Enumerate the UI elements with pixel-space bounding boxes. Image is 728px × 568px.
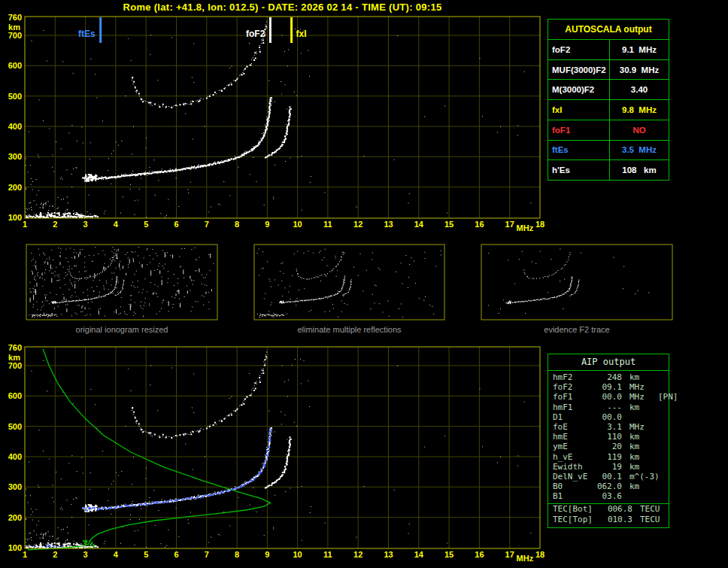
- bottom-ionogram-plot-x-tick: 6: [174, 550, 178, 559]
- autoscala-row-label: M(3000)F2: [548, 80, 610, 99]
- autoscala-output-table: AUTOSCALA output foF29.1 MHzMUF(3000)F23…: [548, 19, 669, 181]
- top-ionogram-plot-x-tick: 7: [205, 220, 209, 229]
- tec-value: 006.8: [601, 504, 632, 515]
- aip-extra: [655, 472, 669, 481]
- tec-label: TEC[Top]: [553, 515, 601, 525]
- tec-rows: TEC[Bot]006.8TECUTEC[Top]010.3TECU: [548, 504, 669, 524]
- aip-unit: MHz: [622, 382, 655, 392]
- top-ionogram-plot-x-tick: 11: [323, 220, 332, 229]
- aip-unit: km: [622, 432, 655, 442]
- bottom-ionogram-plot: 1234567891011121314151617187607006005004…: [8, 343, 544, 563]
- aip-row: ymE20km: [548, 442, 669, 451]
- marker-label-fxI: fxI: [296, 29, 307, 39]
- autoscala-row-label: ftEs: [548, 141, 610, 160]
- top-ionogram-plot-y-tick: 100: [8, 213, 22, 222]
- autoscala-application-window: Rome (lat: +41.8, lon: 012.5) - DATE: 20…: [0, 0, 728, 568]
- tec-unit: TECU: [632, 504, 669, 515]
- aip-table-header: AIP output: [548, 354, 669, 371]
- aip-extra: [PN]: [655, 392, 678, 402]
- bottom-ionogram-plot-x-tick: 15: [444, 550, 453, 559]
- top-ionogram-plot-xlabel: MHz: [517, 223, 534, 232]
- bottom-ionogram-plot-x-tick: 5: [144, 550, 148, 559]
- bottom-ionogram-plot-x-tick: 10: [293, 550, 302, 559]
- bottom-ionogram-plot-xlabel: MHz: [517, 554, 534, 563]
- aip-extra: [655, 412, 669, 422]
- autoscala-row-label: foF2: [548, 40, 610, 59]
- aip-label: B1: [553, 491, 595, 501]
- bottom-ionogram-plot-x-tick: 7: [205, 550, 209, 559]
- autoscala-row: h'Es108 km: [548, 160, 669, 180]
- aip-row: foF100.0MHz[PN]: [548, 392, 669, 402]
- bottom-ionogram-plot-x-tick: 12: [353, 550, 362, 559]
- top-ionogram-plot-y-tick: 700: [8, 31, 22, 40]
- aip-value: 248: [595, 372, 622, 382]
- aip-label: ymE: [553, 442, 595, 451]
- autoscala-row-value: 3.5 MHz: [610, 141, 669, 160]
- top-ionogram-plot-x-tick: 2: [53, 220, 57, 229]
- aip-row: h_vE119km: [548, 452, 669, 462]
- aip-extra: [655, 462, 669, 472]
- tec-row: TEC[Bot]006.8TECU: [548, 504, 669, 515]
- aip-unit: km: [622, 402, 655, 412]
- bottom-ionogram-plot-x-tick: 18: [535, 550, 544, 559]
- bottom-ionogram-plot-x-tick: 2: [53, 550, 57, 559]
- top-ionogram-plot-x-tick: 3: [83, 220, 88, 229]
- marker-label-ftEs: ftEs: [78, 29, 96, 39]
- aip-value: 00.0: [595, 412, 622, 422]
- aip-output-table: AIP output hmF2248kmfoF209.1MHzfoF100.0M…: [548, 354, 669, 528]
- thumbnail-panel-1: [254, 245, 444, 320]
- top-ionogram-plot-y-tick: 300: [8, 152, 22, 161]
- top-ionogram-plot-x-tick: 4: [114, 220, 119, 229]
- aip-unit: MHz: [622, 422, 655, 432]
- aip-extra: [655, 481, 669, 491]
- aip-unit: km: [622, 372, 655, 382]
- aip-unit: m^(-3): [622, 472, 655, 481]
- electron-density-profile-curve: [28, 349, 270, 550]
- autoscala-row: fxI9.8 MHz: [548, 100, 669, 120]
- bottom-ionogram-plot-y-tick: 600: [8, 391, 22, 400]
- autoscala-row-label: MUF(3000)F2: [548, 60, 610, 80]
- aip-value: 00.1: [595, 472, 622, 481]
- aip-label: hmF1: [553, 402, 595, 412]
- aip-row: hmF1---km: [548, 402, 669, 412]
- aip-value: 119: [595, 452, 622, 462]
- tec-row: TEC[Top]010.3TECU: [548, 515, 669, 525]
- top-ionogram-plot-y-tick: 200: [8, 183, 22, 192]
- aip-label: foF2: [553, 382, 595, 392]
- bottom-ionogram-plot-y-tick: 100: [8, 543, 22, 552]
- top-ionogram-plot-y-tick: 500: [8, 92, 22, 101]
- aip-row: hmE110km: [548, 432, 669, 442]
- marker-label-foF2: foF2: [246, 29, 265, 39]
- aip-unit: MHz: [622, 392, 655, 402]
- top-ionogram-plot-x-tick: 16: [475, 220, 484, 229]
- bottom-ionogram-plot-y-tick: 760: [8, 343, 22, 352]
- aip-row: D100.0: [548, 412, 669, 422]
- aip-rows: hmF2248kmfoF209.1MHzfoF100.0MHz[PN]hmF1-…: [548, 371, 669, 501]
- autoscala-table-header: AUTOSCALA output: [548, 20, 669, 40]
- thumbnail-caption-original: original ionogram resized: [26, 325, 217, 334]
- bottom-ionogram-plot-x-tick: 3: [83, 550, 88, 559]
- aip-unit: [622, 412, 655, 422]
- aip-value: 20: [595, 442, 622, 451]
- bottom-ionogram-plot-y-tick: 400: [8, 452, 22, 461]
- aip-extra: [655, 442, 669, 451]
- aip-label: Ewidth: [553, 462, 595, 472]
- aip-row: B0062.0km: [548, 481, 669, 491]
- top-ionogram-plot-x-tick: 15: [444, 220, 453, 229]
- bottom-ionogram-plot-x-tick: 13: [384, 550, 393, 559]
- autoscala-row: foF1NO: [548, 120, 669, 141]
- bottom-ionogram-plot-x-tick: 17: [505, 550, 514, 559]
- bottom-ionogram-plot-x-tick: 4: [114, 550, 119, 559]
- aip-label: DelN_vE: [553, 472, 595, 481]
- aip-extra: [655, 432, 669, 442]
- bottom-ionogram-plot-y-tick: 200: [8, 513, 22, 522]
- autoscala-row-label: foF1: [548, 120, 610, 140]
- thumbnail-panel-2: [481, 245, 672, 320]
- autoscala-row: M(3000)F23.40: [548, 80, 669, 100]
- bottom-ionogram-plot-y-tick: 300: [8, 482, 22, 491]
- autoscala-row-value: 9.1 MHz: [610, 40, 669, 59]
- aip-value: 19: [595, 462, 622, 472]
- aip-row: Ewidth19km: [548, 462, 669, 472]
- autoscala-row-label: fxI: [548, 100, 610, 120]
- autoscala-row-value: 3.40: [610, 80, 669, 99]
